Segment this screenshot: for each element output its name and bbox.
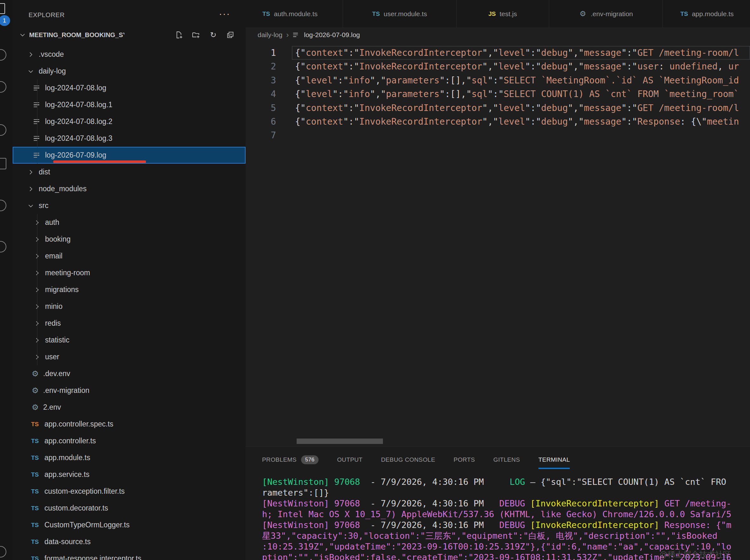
tree-item-log-2024-07-08-log-3[interactable]: log-2024-07-08.log.3 — [13, 130, 245, 147]
tree-item-label: migrations — [45, 285, 79, 294]
log-file-icon — [34, 153, 41, 158]
panel-tab-gitlens[interactable]: GITLENS — [493, 447, 520, 473]
tree-item-log-2024-07-08-log-1[interactable]: log-2024-07-08.log.1 — [13, 96, 245, 113]
workspace-section-header[interactable]: MEETING_ROOM_BOOKING_SY... ↻ — [13, 26, 245, 44]
profile-icon[interactable] — [0, 200, 6, 211]
tree-item-email[interactable]: email — [13, 248, 245, 264]
tree-item-label: app.service.ts — [44, 470, 90, 479]
workspace-name: MEETING_ROOM_BOOKING_SY... — [29, 32, 124, 39]
watermark: @稀土掘金技术社区 — [659, 549, 731, 560]
tree-item-dev-env[interactable]: ⚙.dev.env — [13, 365, 245, 382]
tree-item-daily-log[interactable]: daily-log — [13, 63, 245, 80]
tab-user-module-ts[interactable]: TSuser.module.ts — [343, 0, 456, 27]
new-folder-icon[interactable] — [192, 31, 200, 39]
tree-item-format-response-interceptor-ts[interactable]: TSformat-response.interceptor.ts — [13, 550, 245, 560]
annotation-red-underline — [53, 160, 146, 163]
typescript-icon: TS — [31, 454, 41, 461]
tree-item-node-modules[interactable]: node_modules — [13, 180, 245, 197]
collapse-all-icon[interactable] — [226, 31, 235, 39]
manage-icon[interactable] — [0, 546, 6, 558]
code-editor[interactable]: 1234567 {"context":"InvokeRecordIntercep… — [245, 42, 750, 446]
code-line: {"context":"InvokeRecordInterceptor","le… — [292, 46, 750, 60]
log-file-icon — [34, 119, 41, 124]
breadcrumb-folder[interactable]: daily-log — [258, 31, 282, 39]
tree-item-redis[interactable]: redis — [13, 315, 245, 332]
tree-item-label: statistic — [45, 336, 70, 344]
more-actions-icon[interactable]: ··· — [219, 8, 230, 19]
code-line: {"context":"InvokeRecordInterceptor","le… — [292, 60, 750, 73]
new-file-icon[interactable] — [175, 31, 183, 39]
panel-tab-terminal[interactable]: TERMINAL — [538, 447, 570, 473]
terminal-output[interactable]: [NestWinston] 97068 - 7/9/2026, 4:30:16 … — [262, 477, 750, 560]
tree-item-app-module-ts[interactable]: TSapp.module.ts — [13, 449, 245, 466]
panel-tab-label: TERMINAL — [538, 456, 570, 463]
gear-icon: ⚙ — [31, 386, 39, 395]
tree-item-app-service-ts[interactable]: TSapp.service.ts — [13, 466, 245, 483]
tree-item-app-controller-spec-ts[interactable]: TSapp.controller.spec.ts — [13, 416, 245, 433]
indent-guide — [37, 214, 37, 365]
tree-item-label: app.module.ts — [44, 454, 90, 462]
tab-env-migration[interactable]: ⚙.env-migration — [549, 0, 663, 27]
line-number-gutter: 1234567 — [245, 46, 276, 142]
panel-tab-ports[interactable]: PORTS — [454, 447, 475, 473]
tree-item-meeting-room[interactable]: meeting-room — [13, 264, 245, 281]
tree-item-src[interactable]: src — [13, 197, 245, 214]
panel-tab-bar: PROBLEMS576OUTPUTDEBUG CONSOLEPORTSGITLE… — [262, 447, 750, 473]
tree-item-customtypeormlogger-ts[interactable]: TSCustomTypeOrmLogger.ts — [13, 517, 245, 533]
panel-tab-debug-console[interactable]: DEBUG CONSOLE — [381, 447, 435, 473]
tree-item-app-controller-ts[interactable]: TSapp.controller.ts — [13, 433, 245, 449]
tree-item-log-2026-07-09-log[interactable]: log-2026-07-09.log — [13, 147, 245, 164]
log-file-icon — [293, 33, 299, 37]
tree-item-statistic[interactable]: statistic — [13, 332, 245, 348]
tree-item-label: log-2024-07-08.log.3 — [45, 134, 112, 143]
refresh-icon[interactable]: ↻ — [209, 31, 218, 39]
tab-label: test.js — [500, 10, 517, 18]
tree-item-vscode[interactable]: .vscode — [13, 46, 245, 63]
tree-item-user[interactable]: user — [13, 348, 245, 365]
tab-app-module-ts[interactable]: TSapp.module.ts — [663, 0, 750, 27]
tree-item-custom-decorator-ts[interactable]: TScustom.decorator.ts — [13, 500, 245, 517]
horizontal-scrollbar[interactable] — [297, 439, 383, 444]
run-debug-icon[interactable] — [0, 124, 6, 136]
panel-tab-problems[interactable]: PROBLEMS576 — [262, 447, 318, 473]
tab-label: auth.module.ts — [274, 10, 318, 18]
tree-item-auth[interactable]: auth — [13, 214, 245, 231]
tree-item-minio[interactable]: minio — [13, 298, 245, 315]
panel-tab-output[interactable]: OUTPUT — [337, 447, 363, 473]
line-number: 7 — [245, 128, 276, 142]
tab-auth-module-ts[interactable]: TSauth.module.ts — [245, 0, 343, 27]
tree-item-env-migration[interactable]: ⚙.env-migration — [13, 382, 245, 399]
tree-item-migrations[interactable]: migrations — [13, 281, 245, 298]
javascript-icon: JS — [488, 11, 496, 17]
tree-item-label: booking — [45, 235, 71, 243]
tree-item-data-source-ts[interactable]: TSdata-source.ts — [13, 533, 245, 550]
line-number: 5 — [245, 101, 276, 115]
line-number: 4 — [245, 87, 276, 101]
tab-test-js[interactable]: JStest.js — [456, 0, 549, 27]
terminal-line: 星33","capacity":30,"location":"三层东","equ… — [262, 531, 750, 541]
code-line: {"context":"InvokeRecordInterceptor","le… — [292, 115, 750, 128]
tree-item-label: auth — [45, 218, 59, 227]
tree-item-dist[interactable]: dist — [13, 164, 245, 180]
source-control-icon[interactable] — [0, 81, 6, 93]
explorer-icon[interactable] — [0, 3, 5, 14]
tree-item-label: app.controller.spec.ts — [44, 420, 113, 428]
tree-item-label: log-2024-07-08.log.2 — [45, 117, 112, 126]
chevron-down-icon — [27, 202, 35, 210]
tree-item-log-2024-07-08-log[interactable]: log-2024-07-08.log — [13, 80, 245, 96]
terminal-line: rameters":[]} — [262, 487, 750, 498]
tree-item-log-2024-07-08-log-2[interactable]: log-2024-07-08.log.2 — [13, 113, 245, 130]
tab-label: .env-migration — [591, 10, 633, 18]
log-file-icon — [34, 86, 41, 91]
breadcrumb[interactable]: daily-log › log-2026-07-09.log — [245, 28, 750, 42]
breadcrumb-file[interactable]: log-2026-07-09.log — [304, 31, 360, 39]
panel-tab-label: PORTS — [454, 456, 475, 463]
tree-item-2-env[interactable]: ⚙2.env — [13, 399, 245, 416]
search-icon[interactable] — [0, 49, 6, 61]
extensions-icon[interactable] — [0, 158, 6, 169]
typescript-icon: TS — [372, 11, 380, 17]
tree-item-booking[interactable]: booking — [13, 231, 245, 248]
settings-icon[interactable] — [0, 241, 6, 253]
tree-item-custom-exception-filter-ts[interactable]: TScustom-exception.filter.ts — [13, 483, 245, 500]
typescript-icon: TS — [31, 505, 41, 512]
